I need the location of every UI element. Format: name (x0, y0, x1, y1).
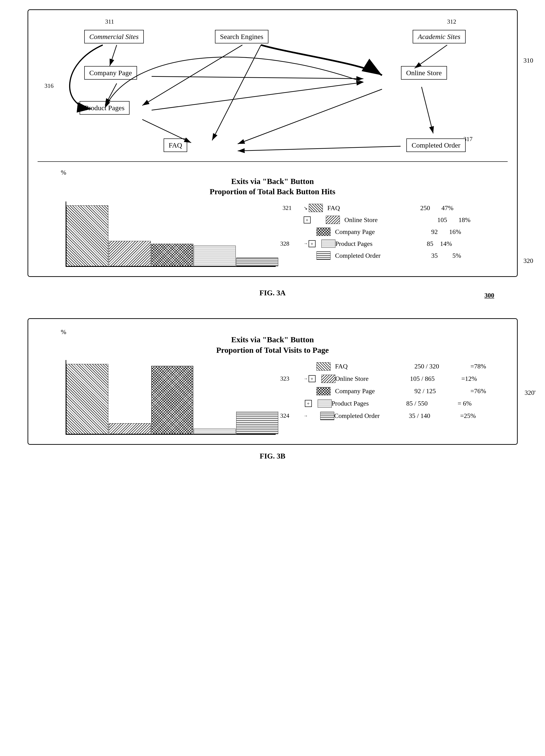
bar-online-store (109, 241, 151, 266)
ref-320: 320 (524, 257, 533, 265)
legend-val-faq-b: 250 / 320 (414, 363, 466, 370)
legend-val-company-b: 92 / 125 (414, 387, 466, 395)
fig3a-label: FIG. 3A (260, 289, 286, 297)
ref-311: 311 (105, 18, 114, 25)
swatch-completed (316, 251, 330, 260)
svg-line-6 (152, 76, 363, 79)
bar-faq (66, 205, 108, 266)
chart-section-3a: % Exits via "Back" Button Proportion of … (38, 166, 508, 269)
legend-name-completed-b: Completed Order (334, 412, 409, 420)
chart-y-label-3a: % (61, 169, 66, 176)
ref-312: 312 (447, 18, 456, 25)
legend-name-online: Online Store (344, 216, 419, 224)
legend-name-product: Product Pages (335, 240, 410, 247)
plus-product: + (308, 240, 315, 247)
bar-completed (236, 258, 278, 266)
bar-company (151, 244, 193, 266)
swatch-online-b (321, 375, 335, 383)
bars-container-3b (66, 360, 275, 435)
swatch-faq-b (316, 362, 330, 371)
bar-product (194, 246, 236, 266)
ref-321: 321 (282, 205, 292, 212)
plus-product-b: + (305, 400, 312, 407)
legend-pct-faq-b: =78% (470, 363, 486, 370)
node-academic-sites: Academic Sites (413, 30, 465, 43)
swatch-completed-b (320, 412, 334, 420)
chart-section-3b: % Exits via "Back" Button Proportion of … (38, 326, 508, 437)
legend-3b: FAQ 250 / 320 =78% 323 → + Online Store (304, 362, 486, 420)
legend-name-online-b: Online Store (335, 375, 410, 382)
legend-name-company-b: Company Page (335, 387, 410, 395)
legend-name-product-b: Product Pages (332, 400, 406, 407)
svg-line-3 (142, 45, 242, 106)
legend-row-online: + Online Store 105 18% (304, 216, 470, 224)
legend-name-completed: Completed Order (335, 252, 410, 259)
ref-320prime: 320' (524, 389, 535, 396)
node-commercial-sites: Commercial Sites (84, 30, 144, 43)
node-completed-order: Completed Order (406, 138, 465, 152)
fig3b-container: 320' % Exits via "Back" Button Proportio… (28, 318, 518, 445)
svg-line-10 (238, 89, 382, 144)
bars-area-3a (66, 201, 275, 267)
legend-pct-company: 16% (442, 228, 461, 236)
legend-name-faq-b: FAQ (335, 363, 410, 370)
swatch-product (321, 240, 335, 248)
legend-pct-product-b: = 6% (458, 400, 472, 407)
legend-pct-faq: 47% (435, 204, 453, 212)
ref-316: 316 (45, 82, 54, 89)
chart-title-3a: Exits via "Back" Button Proportion of To… (42, 176, 503, 197)
fig3a-container: 310 311 312 313 316 317 Commercial Sites… (28, 9, 518, 277)
swatch-faq (309, 204, 323, 212)
diagram-section: 311 312 313 316 317 Commercial Sites Sea… (38, 17, 508, 162)
swatch-company-b (316, 387, 330, 395)
swatch-online (326, 216, 340, 224)
bars-area-3b (66, 360, 275, 435)
node-online-store: Online Store (401, 66, 447, 80)
plus-online-b: + (308, 375, 315, 382)
ref-310: 310 (524, 57, 533, 64)
legend-num-product: 85 (410, 240, 433, 247)
ref-323: 323 (280, 375, 289, 382)
legend-name-company: Company Page (335, 228, 410, 236)
legend-row-company: Company Page 92 16% (304, 228, 470, 236)
legend-num-online: 105 (424, 216, 447, 224)
legend-row-faq: FAQ 250 47% (309, 204, 453, 212)
legend-3a: 321 ↘ FAQ 250 47% + (304, 204, 470, 260)
page-content: 310 311 312 313 316 317 Commercial Sites… (28, 9, 518, 470)
svg-line-8 (152, 82, 363, 110)
legend-num-completed: 35 (414, 252, 438, 259)
bar-faq-b (66, 364, 108, 434)
bar-online-b (109, 423, 151, 434)
legend-num-faq: 250 (407, 204, 430, 212)
legend-pct-company-b: =76% (470, 387, 486, 395)
legend-pct-online-b: =12% (461, 375, 477, 382)
node-faq: FAQ (164, 138, 188, 152)
ref-328: 328 (280, 240, 289, 247)
node-search-engines: Search Engines (215, 30, 269, 43)
swatch-company (316, 228, 330, 236)
bar-product-b (194, 429, 236, 434)
ref-324: 324 (280, 412, 289, 419)
chart-y-label-3b: % (61, 328, 66, 336)
svg-line-5 (414, 45, 447, 68)
bar-company-b (151, 366, 193, 434)
legend-val-completed-b: 35 / 140 (409, 412, 460, 420)
legend-pct-online: 18% (452, 216, 470, 224)
legend-row-completed: Completed Order 35 5% (304, 251, 470, 260)
node-product-pages: Product Pages (80, 101, 130, 115)
legend-row-faq-b: FAQ 250 / 320 =78% (304, 362, 486, 371)
legend-val-online-b: 105 / 865 (410, 375, 461, 382)
svg-line-12 (238, 146, 400, 151)
bars-container-3a (66, 201, 275, 267)
legend-name-faq: FAQ (327, 204, 402, 212)
bar-completed-b (236, 412, 278, 434)
svg-line-11 (421, 87, 433, 133)
node-company-page: Company Page (84, 66, 137, 80)
svg-line-4 (212, 45, 261, 141)
chart-title-3b: Exits via "Back" Button Proportion of To… (42, 335, 503, 355)
svg-line-2 (110, 45, 117, 66)
fig3a-wrapper: 310 311 312 313 316 317 Commercial Sites… (28, 9, 518, 316)
legend-val-product-b: 85 / 550 (406, 400, 458, 407)
swatch-product-b (318, 399, 332, 408)
plus-online: + (304, 216, 311, 223)
